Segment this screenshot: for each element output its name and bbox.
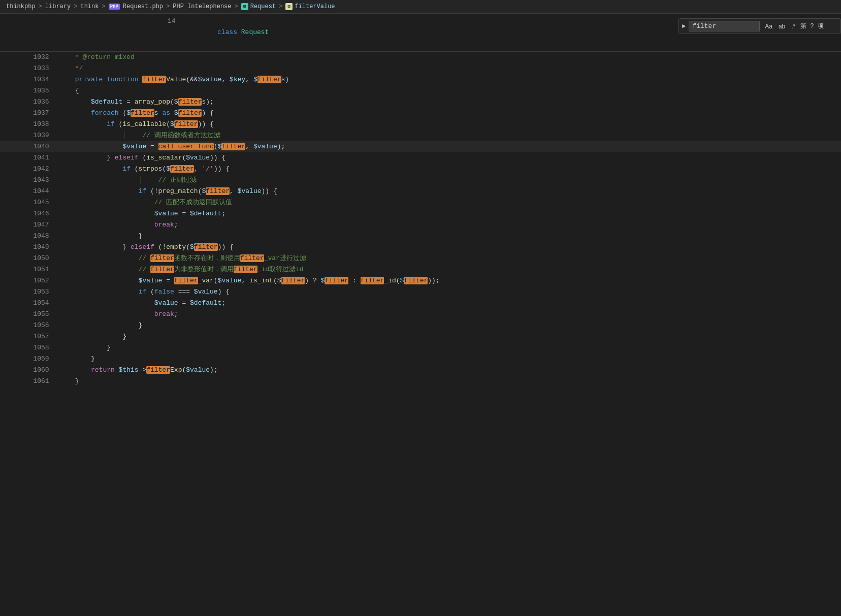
line-row-1034: 1034 private function filterValue(&&$val… [0, 74, 841, 85]
line-row-1047: 1047 break; [0, 219, 841, 231]
line-num-1035: 1035 [0, 85, 57, 96]
line-num-1032: 1032 [0, 52, 57, 63]
line-content-1038: if (is_callable($filter)) { [57, 119, 841, 130]
line-row-1035: 1035 { [0, 85, 841, 96]
line-content-1039: │ // 调用函数或者方法过滤 [57, 130, 841, 141]
line-num-1048: 1048 [0, 231, 57, 242]
line-num-1042: 1042 [0, 164, 57, 175]
line-row-1041: 1041 } elseif (is_scalar($value)) { [0, 152, 841, 164]
search-word-btn[interactable]: ab [777, 22, 787, 31]
line-row-1057: 1057 } [0, 331, 841, 342]
line-num-1055: 1055 [0, 309, 57, 320]
breadcrumb-sep-4: > [166, 3, 170, 10]
line-content-1056: } [57, 320, 841, 331]
line-num-1038: 1038 [0, 119, 57, 130]
search-case-btn[interactable]: Aa [763, 22, 774, 31]
line-row-1061: 1061 } [0, 376, 841, 387]
code-scroll[interactable]: 1032 * @return mixed1033 */1034 private … [0, 52, 841, 387]
line-num-1037: 1037 [0, 108, 57, 119]
breadcrumb-library[interactable]: library [45, 3, 71, 10]
line-row-1044: 1044 if (!preg_match($filter, $value)) { [0, 186, 841, 197]
breadcrumb-request-class[interactable]: Request [250, 3, 276, 10]
line-num-1040: 1040 [0, 141, 57, 152]
line-content-1037: foreach ($filters as $filter) { [57, 108, 841, 119]
breadcrumb-sep-3: > [102, 3, 105, 10]
breadcrumb-requestphp[interactable]: Request.php [123, 3, 163, 10]
line-content-1046: $value = $default; [57, 208, 841, 219]
line-content-1034: private function filterValue(&&$value, $… [57, 74, 841, 85]
line-row-1039: 1039 │ // 调用函数或者方法过滤 [0, 130, 841, 141]
search-result-info: 第 ? 项 [800, 22, 824, 30]
line-num-1041: 1041 [0, 152, 57, 164]
line-row-1055: 1055 break; [0, 309, 841, 320]
code-table: 1032 * @return mixed1033 */1034 private … [0, 52, 841, 387]
line-num-1054: 1054 [0, 298, 57, 309]
line-content-1045: // 匹配不成功返回默认值 [57, 197, 841, 208]
breadcrumb-filtervalue[interactable]: filterValue [295, 3, 335, 10]
line-row-1038: 1038 if (is_callable($filter)) { [0, 119, 841, 130]
breadcrumb-sep-6: > [279, 3, 282, 10]
line-row-1036: 1036 $default = array_pop($filters); [0, 96, 841, 108]
line-row-1042: 1042 if (strpos($filter, '/')) { [0, 164, 841, 175]
line-num-1045: 1045 [0, 197, 57, 208]
line-content-1051: // filter为非整形值时，调用filter_id取得过滤id [57, 264, 841, 275]
line-row-1040: 1040 $value = call_user_func($filter, $v… [0, 141, 841, 152]
line-content-1059: } [57, 353, 841, 365]
line-row-1054: 1054 $value = $default; [0, 298, 841, 309]
line-num-1059: 1059 [0, 353, 57, 365]
line-content-1057: } [57, 331, 841, 342]
breadcrumb-think[interactable]: think [80, 3, 99, 10]
line-content-1043: │ // 正则过滤 [57, 175, 841, 186]
breadcrumb-sep-1: > [39, 3, 42, 10]
line-num-1043: 1043 [0, 175, 57, 186]
line-content-1050: // filter函数不存在时，则使用filter_var进行过滤 [57, 253, 841, 264]
line-num-1057: 1057 [0, 331, 57, 342]
line-row-1048: 1048 } [0, 231, 841, 242]
line-content-1033: */ [57, 63, 841, 74]
line-num-1060: 1060 [0, 365, 57, 376]
line-content-1054: $value = $default; [57, 298, 841, 309]
line-num-1033: 1033 [0, 63, 57, 74]
line-content-1055: break; [57, 309, 841, 320]
line-row-1059: 1059 } [0, 353, 841, 365]
line-row-1050: 1050 // filter函数不存在时，则使用filter_var进行过滤 [0, 253, 841, 264]
line-row-1045: 1045 // 匹配不成功返回默认值 [0, 197, 841, 208]
line-num-1046: 1046 [0, 208, 57, 219]
breadcrumb-thinkphp[interactable]: thinkphp [6, 3, 36, 10]
line-row-1043: 1043 │ // 正则过滤 [0, 175, 841, 186]
line-content-1041: } elseif (is_scalar($value)) { [57, 152, 841, 164]
line-num-1044: 1044 [0, 186, 57, 197]
line-row-1032: 1032 * @return mixed [0, 52, 841, 63]
search-expand-chevron[interactable]: ► [682, 23, 686, 30]
php-badge-icon: PHP [109, 4, 120, 10]
method-icon: ⊡ [285, 3, 293, 10]
search-regex-btn[interactable]: .* [789, 22, 797, 31]
search-widget: ► Aa ab .* 第 ? 项 [678, 18, 841, 34]
breadcrumb-sep-5: > [235, 3, 238, 10]
line-num-14: 14 [0, 16, 184, 49]
line-num-1039: 1039 [0, 130, 57, 141]
line-content-1042: if (strpos($filter, '/')) { [57, 164, 841, 175]
line-row-1049: 1049 } elseif (!empty($filter)) { [0, 242, 841, 253]
line-num-1047: 1047 [0, 219, 57, 231]
line-row-1056: 1056 } [0, 320, 841, 331]
line-num-1049: 1049 [0, 242, 57, 253]
line-content-1060: return $this->filterExp($value); [57, 365, 841, 376]
line-row-1037: 1037 foreach ($filters as $filter) { [0, 108, 841, 119]
line-content-1035: { [57, 85, 841, 96]
line-row-1046: 1046 $value = $default; [0, 208, 841, 219]
line-num-1053: 1053 [0, 286, 57, 298]
line-num-1051: 1051 [0, 264, 57, 275]
line-num-1034: 1034 [0, 74, 57, 85]
breadcrumb-sep-2: > [74, 3, 77, 10]
line-num-1036: 1036 [0, 96, 57, 108]
line-row-1051: 1051 // filter为非整形值时，调用filter_id取得过滤id [0, 264, 841, 275]
line-content-1053: if (false === $value) { [57, 286, 841, 298]
line-num-1056: 1056 [0, 320, 57, 331]
breadcrumb-intelephense: PHP Intelephense [173, 3, 231, 10]
line-content-1058: } [57, 342, 841, 353]
line-content-1032: * @return mixed [57, 52, 841, 63]
class-ref-icon: ⊠ [241, 3, 248, 10]
search-options: Aa ab .* [763, 22, 797, 31]
search-input[interactable] [689, 21, 760, 31]
